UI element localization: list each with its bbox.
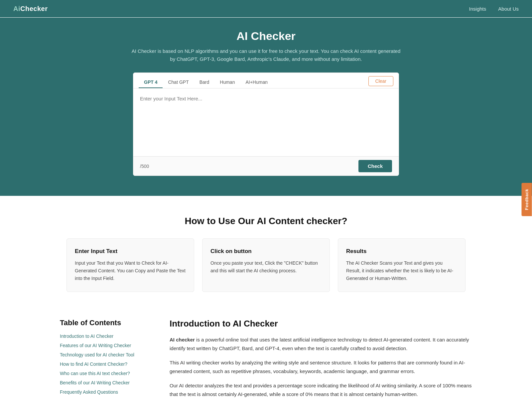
- how-card-1: Click on button Once you paste your text…: [202, 238, 330, 292]
- tab-human[interactable]: Human: [214, 77, 240, 88]
- brand-logo[interactable]: AiChecker: [13, 5, 48, 13]
- brand-ai: Ai: [13, 5, 20, 12]
- checker-tabs: GPT 4 Chat GPT Bard Human AI+Human Clear: [133, 73, 399, 88]
- tab-gpt4[interactable]: GPT 4: [139, 77, 163, 88]
- main-content: Introduction to AI Checker AI checker is…: [160, 312, 472, 399]
- main-content-title: Introduction to AI Checker: [170, 319, 472, 329]
- text-input[interactable]: [133, 88, 399, 155]
- how-card-1-desc: Once you paste your text, Click the "CHE…: [210, 259, 322, 275]
- word-count: /500: [140, 164, 149, 169]
- toc-item-6[interactable]: Frequently Asked Questions: [60, 389, 153, 395]
- checker-box: GPT 4 Chat GPT Bard Human AI+Human Clear…: [133, 72, 399, 176]
- feedback-tab[interactable]: Feedback: [522, 183, 532, 216]
- toc-list: Introduction to AI Checker Features of o…: [60, 333, 153, 395]
- how-card-0-title: Enter Input Text: [75, 248, 186, 255]
- how-title: How to Use Our AI Content checker?: [13, 216, 519, 226]
- nav-insights[interactable]: Insights: [469, 6, 486, 12]
- how-cards: Enter Input Text Input your Text that yo…: [66, 238, 466, 292]
- toc-item-0[interactable]: Introduction to AI Checker: [60, 333, 153, 339]
- hero-section: AI Checker AI Checker is based on NLP al…: [0, 18, 532, 196]
- checker-footer: /500 Check: [133, 156, 399, 176]
- tab-bard[interactable]: Bard: [194, 77, 215, 88]
- how-card-1-title: Click on button: [210, 248, 322, 255]
- content-area: Table of Contents Introduction to AI Che…: [53, 312, 479, 399]
- toc-item-2[interactable]: Technology used for AI checker Tool: [60, 352, 153, 358]
- toc-item-5[interactable]: Benefits of our AI Writing Checker: [60, 380, 153, 386]
- toc: Table of Contents Introduction to AI Che…: [60, 312, 160, 399]
- how-section: How to Use Our AI Content checker? Enter…: [0, 196, 532, 305]
- main-para-0-bold: AI checker: [170, 337, 195, 342]
- how-card-2-desc: The AI Checker Scans your Text and gives…: [346, 259, 457, 282]
- nav-about-us[interactable]: About Us: [498, 6, 519, 12]
- toc-title: Table of Contents: [60, 319, 153, 327]
- tab-ai-human[interactable]: AI+Human: [240, 77, 273, 88]
- how-card-2-title: Results: [346, 248, 457, 255]
- toc-item-3[interactable]: How to find AI Content Checker?: [60, 361, 153, 367]
- how-card-0-desc: Input your Text that you Want to Check f…: [75, 259, 186, 282]
- main-para-0: AI checker is a powerful online tool tha…: [170, 335, 472, 352]
- nav-links: Insights About Us: [469, 6, 519, 12]
- hero-description: AI Checker is based on NLP algorithms an…: [130, 47, 402, 63]
- toc-item-1[interactable]: Features of our AI Writing Checker: [60, 342, 153, 348]
- check-button[interactable]: Check: [358, 160, 392, 172]
- navbar: AiChecker Insights About Us: [0, 0, 532, 17]
- toc-item-4[interactable]: Who can use this AI text checker?: [60, 370, 153, 376]
- how-card-2: Results The AI Checker Scans your Text a…: [338, 238, 466, 292]
- hero-title: AI Checker: [13, 30, 519, 43]
- main-para-2: Our AI detector analyzes the text and pr…: [170, 381, 472, 398]
- tab-chatgpt[interactable]: Chat GPT: [163, 77, 194, 88]
- brand-checker: Checker: [20, 5, 48, 12]
- main-para-1: This AI writing checker works by analyzi…: [170, 358, 472, 375]
- main-para-0-text: is a powerful online tool that uses the …: [170, 337, 469, 351]
- clear-button[interactable]: Clear: [368, 76, 393, 86]
- how-card-0: Enter Input Text Input your Text that yo…: [66, 238, 194, 292]
